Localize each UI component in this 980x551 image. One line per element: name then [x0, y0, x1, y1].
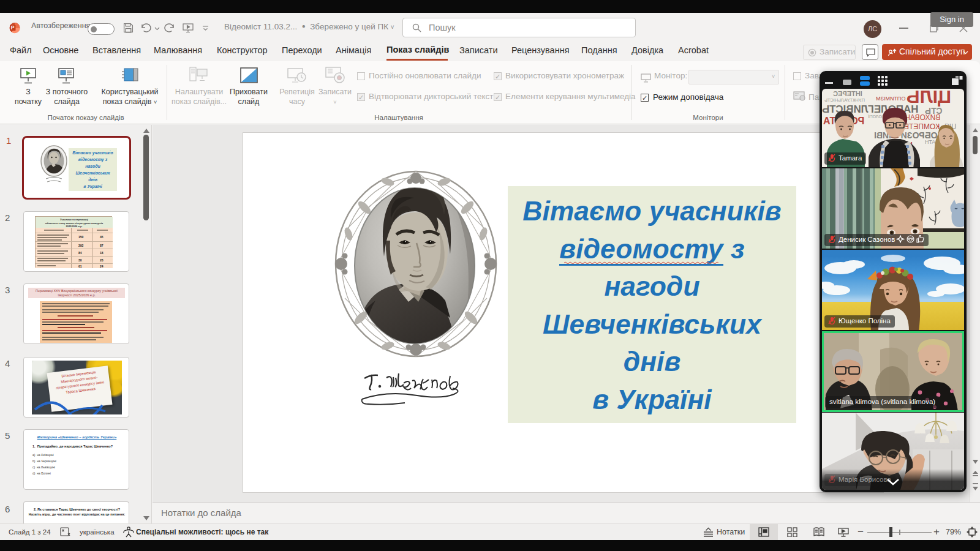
svg-text:P: P: [11, 24, 15, 31]
